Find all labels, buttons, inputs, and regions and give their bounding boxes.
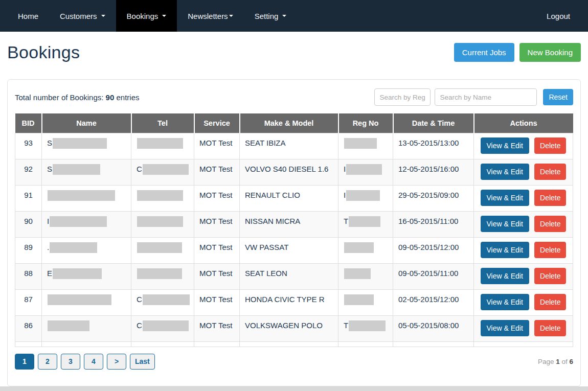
redacted-name-box [50,242,97,253]
table-row: 93 S MOT Test SEAT IBIZA 13-05-2015/13:0… [15,133,573,159]
redacted-tel-box [143,164,189,175]
page-info-prefix: Page [538,358,554,365]
table-row: 90 I MOT Test NISSAN MICRA T 16-05-2015/… [15,212,573,238]
delete-button[interactable]: Delete [534,320,566,336]
search-reg-no-input[interactable] [374,88,431,106]
table-row: 86 C MOT Test VOLKSWAGEN POLO T 05-05-20… [15,316,573,342]
cell-name: I [42,212,131,238]
view-edit-button[interactable]: View & Edit [481,242,529,258]
cell-bid: 91 [15,186,42,212]
bookings-table: BIDNameTelServiceMake & ModelReg NoDate … [15,113,573,347]
total-prefix: Total number of Bookings: [15,93,103,102]
navbar: HomeCustomersBookingsNewslettersSetting … [0,0,588,32]
cell-service: MOT Test [194,290,240,316]
column-header-date-time: Date & Time [393,113,474,133]
redacted-tel-box [137,242,182,253]
column-header-tel: Tel [131,113,194,133]
delete-button[interactable]: Delete [534,137,566,154]
pagination: 1234>Last Page 1 of 6 [15,354,573,370]
cell-service: MOT Test [194,159,240,186]
search-name-input[interactable] [435,88,537,106]
cell-name: S [42,133,131,159]
redacted-reg-box [346,190,380,201]
redacted-tel-box [143,320,189,331]
cell-actions: View & Edit Delete [474,316,573,342]
cell-actions: View & Edit Delete [474,186,573,212]
pagination-button-2[interactable]: 2 [38,354,57,370]
table-row: 88 E MOT Test SEAT LEON 09-05-2015/11:00… [15,264,573,290]
cell-actions: View & Edit Delete [474,264,573,290]
cell-reg-no [338,290,393,316]
caret-down-icon [282,15,286,17]
cell-name: S [42,159,131,186]
delete-button[interactable]: Delete [534,190,566,206]
view-edit-button[interactable]: View & Edit [481,137,529,154]
delete-button[interactable]: Delete [534,242,566,258]
delete-button[interactable]: Delete [534,268,566,284]
table-row: 87 C MOT Test HONDA CIVIC TYPE R 02-05-2… [15,290,573,316]
cell-make-model: VOLKSWAGEN POLO [240,316,338,342]
table-row: 92 S C MOT Test VOLVO S40 DIESEL 1.6 I 1… [15,159,573,186]
view-edit-button[interactable]: View & Edit [481,216,529,232]
view-edit-button[interactable]: View & Edit [481,268,529,284]
redacted-tel-box [137,268,182,279]
redacted-name-box [48,294,111,305]
cell-date-time: 12-05-2015/16:00 [393,159,474,186]
view-edit-button[interactable]: View & Edit [481,164,529,180]
cell-date-time: 05-05-2015/08:00 [393,316,474,342]
redacted-name-box [53,138,107,149]
pagination-button-4[interactable]: 4 [84,354,103,370]
delete-button[interactable]: Delete [534,164,566,180]
cell-name [42,290,131,316]
cell-tel [131,186,194,212]
page-info-current: 1 [556,358,560,365]
cell-date-time: 16-05-2015/11:00 [393,212,474,238]
cell-actions: View & Edit Delete [474,159,573,186]
current-jobs-button[interactable]: Current Jobs [454,43,514,62]
cell-actions: View & Edit Delete [474,238,573,264]
cell-name [42,316,131,342]
column-header-name: Name [42,113,131,133]
view-edit-button[interactable]: View & Edit [481,190,529,206]
cell-bid: 87 [15,290,42,316]
column-header-reg-no: Reg No [338,113,393,133]
reset-button[interactable]: Reset [543,89,573,105]
cell-tel [131,238,194,264]
cell-make-model: SEAT IBIZA [240,133,338,159]
delete-button[interactable]: Delete [534,294,566,310]
bookings-panel: Total number of Bookings: 90 entries Res… [7,79,581,386]
cell-date-time: 13-05-2015/13:00 [393,133,474,159]
nav-item-newsletters[interactable]: Newsletters [177,0,243,32]
cell-make-model: VOLVO S40 DIESEL 1.6 [240,159,338,186]
cell-bid: 88 [15,264,42,290]
cell-reg-no: T [338,316,393,342]
nav-item-bookings[interactable]: Bookings [116,0,177,32]
redacted-reg-box [344,294,374,305]
new-booking-button[interactable]: New Booking [519,43,581,62]
nav-item-customers[interactable]: Customers [49,0,116,32]
cell-reg-no: T [338,212,393,238]
logout-link[interactable]: Logout [536,0,581,32]
redacted-reg-box [344,242,374,253]
cell-actions: View & Edit Delete [474,290,573,316]
view-edit-button[interactable]: View & Edit [481,320,529,336]
page-header: Bookings Current Jobs New Booking [0,32,588,62]
column-header-bid: BID [15,113,42,133]
page-title: Bookings [7,42,80,62]
cell-tel: C [131,290,194,316]
nav-item-setting[interactable]: Setting [244,0,298,32]
nav-item-home[interactable]: Home [7,0,49,32]
pagination-button-[interactable]: > [107,354,126,370]
cell-actions: View & Edit Delete [474,212,573,238]
total-bookings-text: Total number of Bookings: 90 entries [15,93,140,102]
cell-bid: 93 [15,133,42,159]
pagination-button-1[interactable]: 1 [15,354,34,370]
page-info-mid: of [561,358,567,365]
delete-button[interactable]: Delete [534,216,566,232]
table-row: 89 . MOT Test VW PASSAT 09-05-2015/12:00… [15,238,573,264]
cell-make-model: NISSAN MICRA [240,212,338,238]
pagination-button-last[interactable]: Last [130,354,155,370]
view-edit-button[interactable]: View & Edit [481,294,529,310]
cell-bid: 86 [15,316,42,342]
pagination-button-3[interactable]: 3 [61,354,80,370]
